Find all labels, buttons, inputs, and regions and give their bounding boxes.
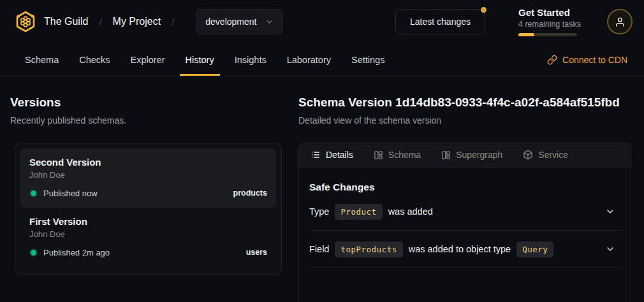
tab-supergraph[interactable]: Supergraph (441, 150, 502, 160)
safe-changes-heading: Safe Changes (309, 182, 620, 193)
user-avatar[interactable] (607, 9, 633, 34)
target-selector-value: development (205, 17, 256, 27)
published-status-icon (29, 248, 38, 257)
user-icon (615, 17, 626, 27)
breadcrumb-project[interactable]: My Project (113, 16, 161, 27)
tab-history[interactable]: History (180, 43, 220, 76)
tab-insights[interactable]: Insights (229, 43, 272, 76)
get-started-progress-fill (518, 33, 534, 36)
published-status-icon (29, 189, 38, 198)
change-text: Field (309, 244, 329, 254)
notification-dot (481, 7, 487, 13)
list-icon (311, 150, 321, 160)
tab-schema-view-label: Schema (388, 150, 421, 160)
tab-checks[interactable]: Checks (73, 43, 115, 76)
version-author: John Doe (29, 170, 267, 180)
schema-version-subtitle: Detailed view of the schema version (298, 115, 631, 126)
version-meta-row: Published 2m ago users (29, 248, 267, 257)
chevron-down-icon[interactable] (605, 206, 615, 217)
get-started-title: Get Started (518, 7, 579, 18)
breadcrumb-org[interactable]: The Guild (44, 16, 88, 27)
versions-list: Second Version John Doe Published now pr… (15, 143, 282, 275)
connect-to-cdn-label: Connect to CDN (562, 55, 627, 65)
tab-schema[interactable]: Schema (19, 43, 64, 76)
get-started-subtitle: 4 remaining tasks (518, 20, 579, 29)
change-text: was added to object type (409, 244, 511, 254)
target-selector[interactable]: development (196, 9, 283, 34)
code-badge: Query (516, 241, 553, 257)
cube-icon (523, 150, 533, 160)
tab-details-label: Details (326, 150, 353, 160)
version-author: John Doe (29, 229, 267, 239)
connect-to-cdn-link[interactable]: Connect to CDN (547, 43, 627, 76)
columns-icon (374, 150, 383, 160)
versions-title: Versions (10, 96, 291, 110)
code-badge: Product (335, 204, 382, 220)
tab-details[interactable]: Details (311, 150, 353, 160)
change-row[interactable]: Field topProducts was added to object ty… (309, 231, 620, 268)
version-status: Published 2m ago (43, 248, 110, 257)
tab-service[interactable]: Service (523, 150, 568, 160)
tab-service-label: Service (538, 150, 568, 160)
tab-schema-view[interactable]: Schema (374, 150, 421, 160)
breadcrumb-separator: / (99, 17, 101, 27)
app-header: The Guild / My Project / development Lat… (0, 0, 644, 43)
change-row[interactable]: Type Product was added (309, 193, 620, 231)
version-status: Published now (43, 189, 98, 198)
columns-icon (441, 150, 451, 160)
chevron-down-icon[interactable] (605, 244, 615, 254)
versions-subtitle: Recently published schemas. (10, 115, 291, 126)
detail-body: Safe Changes Type Product was added Fiel… (299, 182, 631, 268)
versions-column: Versions Recently published schemas. Sec… (10, 96, 291, 302)
version-name: Second Version (29, 157, 267, 168)
schema-version-column: Schema Version 1d14db83-0933-4f4c-a02f-a… (298, 96, 631, 302)
version-service: products (233, 189, 267, 198)
version-list-item[interactable]: Second Version John Doe Published now pr… (20, 148, 276, 208)
change-text: Type (309, 206, 329, 217)
tab-laboratory[interactable]: Laboratory (281, 43, 337, 76)
version-meta-row: Published now products (29, 189, 267, 198)
change-text: was added (388, 206, 433, 217)
version-name: First Version (29, 216, 267, 227)
chevron-down-icon (265, 18, 274, 26)
guild-logo-icon[interactable] (15, 11, 36, 32)
code-badge: topProducts (335, 241, 402, 257)
main-content: Versions Recently published schemas. Sec… (0, 76, 644, 302)
get-started-progress-bar (518, 33, 577, 36)
tab-supergraph-label: Supergraph (456, 150, 502, 160)
schema-version-title: Schema Version 1d14db83-0933-4f4c-a02f-a… (298, 96, 631, 110)
get-started-widget[interactable]: Get Started 4 remaining tasks (518, 7, 579, 36)
tab-explorer[interactable]: Explorer (125, 43, 171, 76)
latest-changes-button[interactable]: Latest changes (395, 9, 485, 34)
breadcrumb-separator: / (172, 17, 174, 27)
latest-changes-label: Latest changes (410, 17, 471, 27)
detail-tabs: Details Schema Supergraph (299, 143, 631, 168)
version-service: users (246, 248, 267, 257)
version-list-item[interactable]: First Version John Doe Published 2m ago … (20, 208, 276, 267)
main-nav: Schema Checks Explorer History Insights … (0, 43, 644, 76)
link-icon (547, 55, 557, 65)
tab-settings[interactable]: Settings (346, 43, 390, 76)
schema-version-panel: Details Schema Supergraph (298, 143, 631, 302)
